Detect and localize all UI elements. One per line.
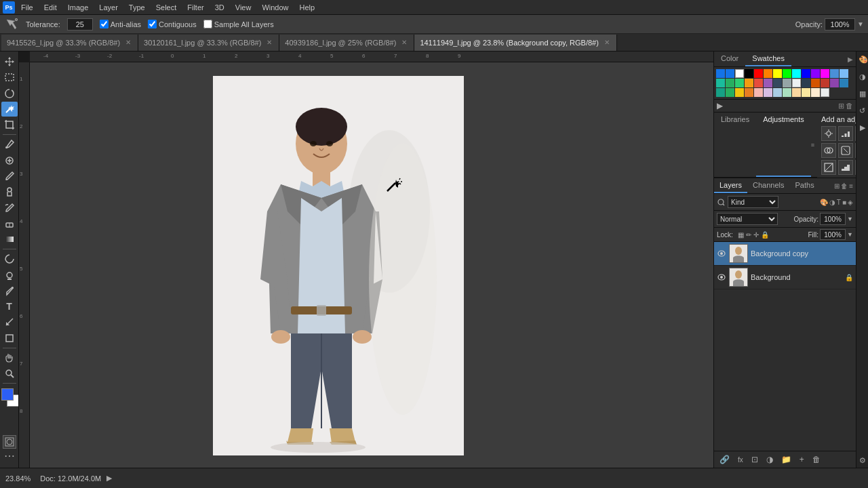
- strip-history-icon[interactable]: ↺: [859, 106, 865, 115]
- menu-file[interactable]: File: [16, 2, 38, 13]
- tab-color[interactable]: Color: [714, 52, 745, 66]
- doc-tab-2-close[interactable]: ✕: [400, 39, 408, 47]
- swatch-item[interactable]: [726, 69, 734, 78]
- strip-actions-icon[interactable]: ▶: [860, 123, 865, 132]
- layer-visibility-bg-copy[interactable]: [717, 249, 726, 258]
- tool-zoom[interactable]: [1, 366, 18, 381]
- canvas-area[interactable]: -4 -3 -2 -1 0 1 2 3 4 5 6 7 8 9 1 2 3 4 …: [19, 52, 713, 468]
- tool-clone[interactable]: [1, 184, 18, 199]
- swatch-item[interactable]: [821, 79, 829, 87]
- swatch-item[interactable]: [792, 79, 801, 87]
- swatch-item[interactable]: [754, 79, 763, 87]
- panel-grid-btn[interactable]: ⊞: [838, 102, 844, 110]
- doc-tab-1[interactable]: 30120161_l.jpg @ 33.3% (RGB/8#) ✕: [138, 35, 279, 51]
- tab-adjustments[interactable]: Adjustments: [756, 113, 811, 177]
- tool-shape[interactable]: [1, 331, 18, 346]
- swatch-item[interactable]: [754, 88, 763, 97]
- tool-eyedropper[interactable]: [1, 137, 18, 152]
- swatch-item[interactable]: [830, 79, 839, 87]
- tab-channels[interactable]: Channels: [747, 178, 789, 193]
- layer-mask-btn[interactable]: ⊡: [749, 453, 761, 466]
- swatch-item[interactable]: [726, 88, 734, 97]
- lock-all-btn[interactable]: 🔒: [761, 231, 769, 239]
- layer-folder-btn[interactable]: 📁: [778, 453, 794, 466]
- strip-adj-icon[interactable]: ◑: [859, 73, 866, 81]
- layers-expand-icon[interactable]: ⊞: [834, 182, 840, 190]
- swatch-item[interactable]: [735, 69, 744, 78]
- adj-levels[interactable]: [838, 126, 853, 141]
- adj-posterize[interactable]: [838, 160, 853, 175]
- lock-transparent-btn[interactable]: ▦: [738, 231, 744, 239]
- swatch-item[interactable]: [773, 88, 782, 97]
- strip-gear-icon[interactable]: ⚙: [859, 456, 866, 465]
- swatch-item[interactable]: [735, 79, 744, 87]
- layer-link-btn[interactable]: 🔗: [717, 453, 732, 466]
- opacity-input[interactable]: [825, 18, 855, 30]
- swatch-item[interactable]: [811, 88, 820, 97]
- adj-hsl[interactable]: [821, 143, 836, 158]
- layer-item-background[interactable]: Background 🔒: [714, 266, 856, 289]
- anti-alias-checkbox[interactable]: [100, 20, 108, 28]
- tool-lasso[interactable]: [1, 86, 18, 101]
- layer-adj-btn[interactable]: ◑: [764, 453, 776, 466]
- fill-arrow[interactable]: ▼: [847, 231, 853, 238]
- swatch-item[interactable]: [783, 69, 791, 78]
- quick-mask-btn[interactable]: [3, 435, 16, 449]
- color-boxes[interactable]: [0, 388, 19, 410]
- menu-layer[interactable]: Layer: [94, 2, 123, 13]
- swatch-item[interactable]: [773, 69, 782, 78]
- tool-history-brush[interactable]: [1, 200, 18, 215]
- panel-play-btn[interactable]: ▶: [717, 101, 723, 110]
- swatch-item[interactable]: [783, 88, 791, 97]
- swatch-item[interactable]: [726, 79, 734, 87]
- opacity-arrow[interactable]: ▼: [847, 216, 853, 222]
- tool-text[interactable]: T: [1, 299, 18, 314]
- swatch-item[interactable]: [802, 88, 810, 97]
- swatch-item[interactable]: [716, 88, 725, 97]
- filter-pixel-icon[interactable]: 🎨: [820, 199, 828, 206]
- swatch-item[interactable]: [716, 79, 725, 87]
- layer-delete-btn[interactable]: 🗑: [810, 453, 823, 466]
- layers-options-icon[interactable]: ≡: [849, 182, 853, 190]
- swatch-item[interactable]: [773, 79, 782, 87]
- menu-edit[interactable]: Edit: [39, 2, 62, 13]
- menu-view[interactable]: View: [231, 2, 256, 13]
- panel-options-btn[interactable]: ▶: [848, 56, 853, 63]
- tool-move[interactable]: [1, 54, 18, 69]
- foreground-color[interactable]: [1, 388, 14, 401]
- tool-dodge[interactable]: [1, 268, 18, 283]
- tab-paths[interactable]: Paths: [790, 178, 820, 193]
- menu-image[interactable]: Image: [63, 2, 94, 13]
- swatch-item[interactable]: [764, 88, 772, 97]
- layer-new-btn[interactable]: +: [797, 453, 807, 466]
- sample-all-checkbox[interactable]: [203, 20, 212, 28]
- tab-swatches[interactable]: Swatches: [745, 52, 791, 66]
- swatch-item[interactable]: [811, 79, 820, 87]
- adj-invert[interactable]: [821, 160, 836, 175]
- layers-delete-icon[interactable]: 🗑: [841, 182, 848, 190]
- swatch-item[interactable]: [840, 79, 848, 87]
- menu-type[interactable]: Type: [124, 2, 150, 13]
- swatch-item[interactable]: [745, 88, 753, 97]
- status-expand-arrow[interactable]: ▶: [106, 474, 112, 483]
- fill-input[interactable]: [820, 229, 846, 240]
- tool-crop[interactable]: [1, 117, 18, 132]
- tab-layers[interactable]: Layers: [714, 178, 747, 193]
- adj-brightness[interactable]: [821, 126, 836, 141]
- swatch-item[interactable]: [830, 69, 839, 78]
- layer-fx-btn[interactable]: fx: [735, 455, 746, 465]
- filter-adj-icon[interactable]: ◑: [829, 199, 835, 206]
- tool-magic-wand[interactable]: [1, 102, 18, 117]
- tool-brush[interactable]: [1, 169, 18, 184]
- opacity-dropdown-arrow[interactable]: ▼: [857, 20, 864, 28]
- lock-position-btn[interactable]: ✛: [753, 231, 759, 239]
- swatch-item[interactable]: [811, 69, 820, 78]
- tab-libraries[interactable]: Libraries: [714, 113, 756, 177]
- doc-tab-1-close[interactable]: ✕: [265, 39, 273, 47]
- swatch-item[interactable]: [783, 79, 791, 87]
- blend-mode-select[interactable]: Normal Multiply Screen Overlay Soft Ligh…: [717, 213, 778, 225]
- document-canvas[interactable]: [213, 76, 464, 455]
- layer-opacity-input[interactable]: [820, 213, 846, 225]
- extra-options-btn[interactable]: ⋯: [4, 449, 15, 462]
- swatch-item[interactable]: [735, 88, 744, 97]
